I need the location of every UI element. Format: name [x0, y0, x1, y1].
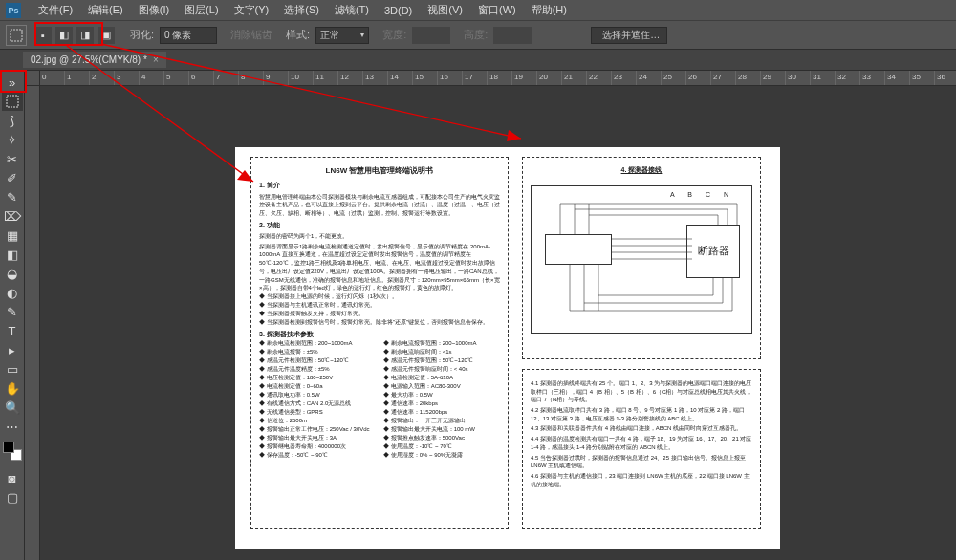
- menu-help[interactable]: 帮助(H): [524, 3, 575, 17]
- color-swatches[interactable]: [3, 442, 22, 461]
- shape-tool-icon[interactable]: ▭: [2, 359, 23, 378]
- menu-file[interactable]: 文件(F): [31, 3, 80, 17]
- arrange-icon[interactable]: »: [2, 73, 23, 92]
- ruler-tick: 2: [90, 71, 115, 85]
- list-item: 有线通信方式：CAN 2.0无源总线: [259, 399, 376, 408]
- zoom-tool-icon[interactable]: 🔍: [2, 398, 23, 417]
- stamp-tool-icon[interactable]: ▦: [2, 226, 23, 245]
- note-4: 4.4 探测器的温度检测共有端口一共有 4 路，端子 18、19 为对应 16、…: [531, 435, 752, 451]
- menu-image[interactable]: 图像(I): [131, 3, 177, 17]
- ruler-tick: 3: [115, 71, 140, 85]
- list-item: 通讯取电功率：0.5W: [259, 391, 376, 399]
- marquee-tool-icon[interactable]: [2, 92, 23, 111]
- height-input: [493, 27, 532, 44]
- pen-tool-icon[interactable]: ✎: [2, 302, 23, 321]
- more-tools-icon[interactable]: ⋯: [2, 417, 23, 436]
- list-item: 剩余电流报警范围：200~1000mA: [383, 339, 500, 348]
- note-5: 4.5 当告探测器过载时，探测器的报警信息通过 24、25 接口输出信号。报信息…: [531, 454, 752, 470]
- gradient-tool-icon[interactable]: ◧: [2, 245, 23, 264]
- path-select-tool-icon[interactable]: ▸: [2, 340, 23, 359]
- quickmask-icon[interactable]: ◙: [2, 468, 23, 487]
- blur-tool-icon[interactable]: ◒: [2, 264, 23, 283]
- ruler-tick: 18: [488, 71, 512, 85]
- style-dropdown[interactable]: 正常: [315, 27, 369, 44]
- ruler-tick: 17: [463, 71, 488, 85]
- current-tool-preview[interactable]: [6, 25, 27, 46]
- healing-tool-icon[interactable]: ⌦: [2, 206, 23, 226]
- note-6: 4.6 探测器与主机的通信接口，23 端口连接到 LN6W 主机的底座，22 端…: [531, 472, 752, 488]
- ruler-tick: 9: [264, 71, 289, 85]
- list-item: 报警输出最大开关电压：3A: [259, 434, 376, 442]
- list-item: 当探测器检测到报警信号时，报警灯常亮。除非将"还原"键复位，否则报警信息会保存。: [259, 318, 500, 327]
- breaker-unit: 断路器: [686, 225, 740, 278]
- main-area: » ⟆ ✧ ✂ ✐ ✎ ⌦ ▦ ◧ ◒ ◐ ✎ T ▸ ▭ ✋ 🔍 ⋯ ◙ ▢ …: [0, 71, 956, 560]
- app-icon: Ps: [6, 3, 21, 18]
- list-item: 剩余电流报警：±5%: [259, 348, 376, 356]
- menu-filter[interactable]: 滤镜(T): [327, 3, 377, 17]
- list-item: 报警输出：一开三开无源输出: [383, 417, 500, 425]
- menu-view[interactable]: 视图(V): [420, 3, 470, 17]
- list-item: 电流检测定值：0~60a: [259, 382, 376, 391]
- ruler-tick: 35: [910, 71, 935, 85]
- document-tab-bar: 02.jpg @ 27.5%(CMYK/8) * ×: [0, 50, 956, 71]
- menu-window[interactable]: 窗口(W): [470, 3, 524, 17]
- list-item: 通信速率：20kbps: [383, 399, 500, 408]
- wiring-diagram: A B C N 断路器: [531, 185, 752, 334]
- list-item: 报警继电器寿命期：4000000次: [259, 442, 376, 451]
- menu-select[interactable]: 选择(S): [276, 3, 327, 17]
- doc-p1: 智慧用电管理终端由本公司探测器模块与剩余电流互感器组成，可配接本公司生产的电气火…: [259, 193, 500, 218]
- list-item: 剩余电流响应时间：<1s: [383, 348, 500, 356]
- screenmode-icon[interactable]: ▢: [2, 487, 23, 506]
- ruler-tick: 0: [40, 71, 65, 85]
- menu-edit[interactable]: 编辑(E): [80, 3, 131, 17]
- doc-h3-specs: 3. 探测器技术参数: [259, 330, 500, 340]
- ruler-tick: 31: [811, 71, 836, 85]
- options-bar: ▪ ◧ ◨ ▣ 羽化: 0 像素 消除锯齿 样式: 正常 宽度: 高度: 选择并…: [0, 21, 956, 50]
- menu-layer[interactable]: 图层(L): [177, 3, 226, 17]
- lasso-tool-icon[interactable]: ⟆: [2, 111, 23, 130]
- sel-new-icon[interactable]: ▪: [34, 27, 52, 44]
- ruler-vertical: [25, 86, 40, 560]
- eyedropper-tool-icon[interactable]: ✐: [2, 168, 23, 187]
- close-icon[interactable]: ×: [153, 54, 159, 65]
- feather-input[interactable]: 0 像素: [160, 27, 217, 44]
- brush-tool-icon[interactable]: ✎: [2, 187, 23, 206]
- document-tab[interactable]: 02.jpg @ 27.5%(CMYK/8) * ×: [23, 52, 166, 68]
- doc-title: LN6W 智慧用电管理终端说明书: [259, 165, 500, 177]
- note-3: 4.3 探测器和关联器器件共有 4 路线由端口连接，ABCN 线由同时向穿过互感…: [531, 424, 752, 433]
- text-tool-icon[interactable]: T: [2, 321, 23, 340]
- doc-right-top-section: 4. 探测器接线 A B C N 断路器: [522, 157, 761, 359]
- crop-tool-icon[interactable]: ✂: [2, 149, 23, 168]
- menu-type[interactable]: 文字(Y): [227, 3, 277, 17]
- svg-rect-0: [11, 30, 22, 41]
- sel-subtract-icon[interactable]: ◨: [76, 27, 94, 44]
- ruler-tick: 5: [164, 71, 189, 85]
- menu-bar: Ps 文件(F) 编辑(E) 图像(I) 图层(L) 文字(Y) 选择(S) 滤…: [0, 0, 956, 21]
- ruler-tick: 30: [786, 71, 811, 85]
- sel-add-icon[interactable]: ◧: [55, 27, 73, 44]
- dodge-tool-icon[interactable]: ◐: [2, 283, 23, 302]
- list-item: 电压检测定值：180~250V: [259, 374, 376, 382]
- ruler-tick: 6: [189, 71, 214, 85]
- sel-intersect-icon[interactable]: ▣: [98, 27, 115, 44]
- ruler-tick: 36: [935, 71, 956, 85]
- document-tab-title: 02.jpg @ 27.5%(CMYK/8) *: [31, 54, 147, 65]
- ruler-tick: 15: [413, 71, 438, 85]
- doc-p3: 探测器背面显示1路剩余电流检测通道定值时，发出报警信号，显示值的调节精度在 20…: [259, 243, 500, 292]
- ruler-tick: 33: [860, 71, 885, 85]
- detector-unit: [545, 234, 612, 265]
- foreground-swatch[interactable]: [3, 442, 14, 453]
- canvas[interactable]: 0 1 2 3 4 5 6 7 8 9 10 11 12 13 14 15 16…: [25, 71, 956, 560]
- menu-3d[interactable]: 3D(D): [377, 5, 420, 16]
- ruler-tick: 34: [885, 71, 910, 85]
- selection-mode-group: ▪ ◧ ◨ ▣: [33, 25, 117, 46]
- list-item: 无线通信类型：GPRS: [259, 408, 376, 417]
- refine-edge-button[interactable]: 选择并遮住…: [591, 27, 667, 44]
- list-item: 最大功率：0.5W: [383, 391, 500, 399]
- hand-tool-icon[interactable]: ✋: [2, 378, 23, 398]
- list-item: 感温元件温度精度：±5%: [259, 365, 376, 374]
- ruler-tick: 24: [637, 71, 662, 85]
- doc-p2: 探测器的密码为两个1，不能更改。: [259, 232, 500, 241]
- ruler-tick: 29: [761, 71, 786, 85]
- magic-wand-tool-icon[interactable]: ✧: [2, 130, 23, 149]
